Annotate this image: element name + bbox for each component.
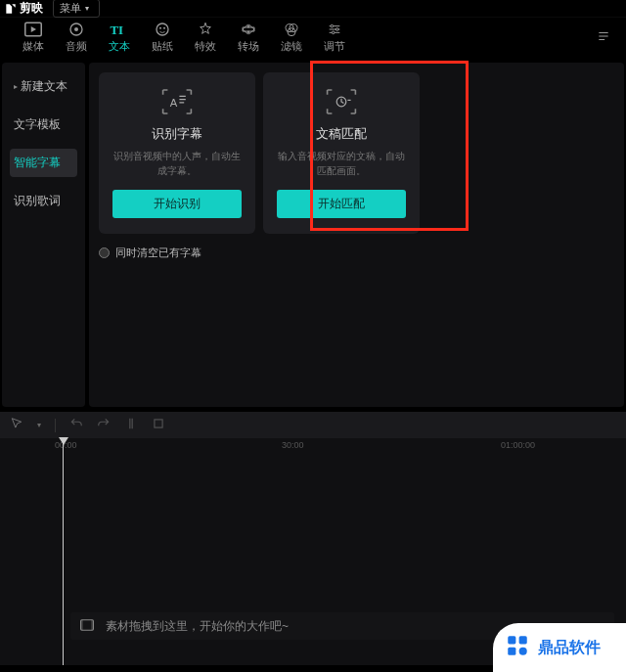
- svg-rect-17: [155, 420, 162, 427]
- svg-point-11: [335, 28, 338, 31]
- svg-point-24: [519, 648, 527, 655]
- redo-icon[interactable]: [97, 417, 111, 433]
- card-desc: 识别音视频中的人声，自动生成字幕。: [112, 149, 242, 178]
- clear-existing-label: 同时清空已有字幕: [115, 246, 201, 260]
- placeholder-text: 素材拖拽到这里，开始你的大作吧~: [106, 618, 289, 635]
- app-name: 剪映: [20, 0, 43, 17]
- pointer-tool-icon[interactable]: [10, 417, 23, 433]
- watermark-text: 鼎品软件: [538, 638, 601, 658]
- tool-filter[interactable]: 滤镜: [270, 18, 313, 59]
- svg-rect-21: [508, 636, 515, 644]
- svg-point-12: [332, 31, 335, 34]
- start-match-button[interactable]: 开始匹配: [277, 190, 406, 218]
- svg-point-10: [331, 24, 334, 27]
- card-desc: 输入音视频对应的文稿，自动匹配画面。: [277, 149, 406, 178]
- app-logo: 剪映: [4, 0, 43, 17]
- timeline-toolbar: ▾: [0, 411, 626, 438]
- svg-rect-22: [519, 636, 527, 644]
- svg-rect-19: [81, 619, 83, 630]
- watermark-logo-icon: [505, 633, 530, 662]
- titlebar: 剪映 菜单 ▾: [0, 0, 626, 18]
- menu-label: 菜单: [60, 1, 81, 16]
- content-area: A 识别字幕 识别音视频中的人声，自动生成字幕。 开始识别 文稿匹配 输入音视频…: [89, 63, 624, 407]
- svg-point-5: [159, 27, 161, 29]
- sidebar-item-lyrics[interactable]: 识别歌词: [10, 187, 77, 215]
- audio-icon: [67, 22, 85, 37]
- card-match-script: 文稿匹配 输入音视频对应的文稿，自动匹配画面。 开始匹配: [263, 72, 420, 234]
- svg-point-2: [74, 27, 78, 31]
- chevron-down-icon: ▾: [85, 4, 89, 13]
- tool-adjust[interactable]: 调节: [313, 18, 356, 59]
- adjust-icon: [326, 22, 343, 37]
- tool-effect[interactable]: 特效: [184, 18, 227, 59]
- card-recognize-subtitle: A 识别字幕 识别音视频中的人声，自动生成字幕。 开始识别: [99, 72, 255, 234]
- sidebar-item-new-text[interactable]: ▸ 新建文本: [10, 72, 77, 101]
- sticker-icon: [154, 22, 171, 37]
- main-panel: ▸ 新建文本 文字模板 智能字幕 识别歌词 A 识别字幕 识别音视频中的人声，自…: [0, 59, 626, 411]
- tool-text[interactable]: TI 文本: [98, 18, 141, 59]
- filter-icon: [283, 22, 300, 37]
- split-icon[interactable]: [124, 417, 138, 433]
- card-title: 识别字幕: [152, 125, 202, 143]
- divider: [55, 419, 56, 432]
- match-script-icon: [326, 86, 357, 117]
- svg-text:A: A: [170, 97, 178, 109]
- sidebar-item-smart-subtitle[interactable]: 智能字幕: [10, 149, 77, 177]
- clear-existing-option[interactable]: 同时清空已有字幕: [99, 246, 614, 260]
- svg-rect-16: [132, 419, 133, 429]
- ruler-tick: 01:00:00: [501, 440, 535, 450]
- watermark: 鼎品软件: [493, 623, 626, 672]
- menu-button[interactable]: 菜单 ▾: [53, 0, 100, 18]
- svg-point-4: [156, 23, 168, 35]
- svg-point-6: [163, 27, 165, 29]
- tool-transition[interactable]: 转场: [227, 18, 270, 59]
- svg-rect-15: [129, 419, 130, 429]
- radio-icon: [99, 247, 110, 258]
- ruler-tick: 30:00: [282, 440, 304, 450]
- toolbar-search-icon[interactable]: [597, 29, 614, 46]
- clip-icon: [80, 619, 94, 634]
- start-recognize-button[interactable]: 开始识别: [112, 190, 242, 218]
- svg-text:TI: TI: [110, 23, 123, 37]
- sidebar-item-template[interactable]: 文字模板: [10, 111, 77, 139]
- text-icon: TI: [110, 22, 129, 37]
- recognize-subtitle-icon: A: [161, 86, 193, 117]
- tool-sticker[interactable]: 贴纸: [141, 18, 184, 59]
- delete-icon[interactable]: [152, 417, 165, 433]
- undo-icon[interactable]: [69, 417, 83, 433]
- chevron-right-icon: ▸: [14, 82, 18, 91]
- tool-media[interactable]: 媒体: [12, 18, 55, 59]
- text-sidebar: ▸ 新建文本 文字模板 智能字幕 识别歌词: [2, 63, 85, 407]
- effect-icon: [197, 22, 214, 37]
- media-icon: [24, 22, 42, 37]
- track-area[interactable]: 素材拖拽到这里，开始你的大作吧~: [0, 466, 626, 646]
- timeline-ruler[interactable]: 00:00 30:00 01:00:00: [0, 438, 626, 458]
- card-title: 文稿匹配: [316, 125, 367, 143]
- chevron-down-icon[interactable]: ▾: [37, 421, 41, 429]
- main-toolbar: 媒体 音频 TI 文本 贴纸 特效 转场 滤镜: [0, 18, 626, 59]
- tool-audio[interactable]: 音频: [55, 18, 98, 59]
- transition-icon: [240, 22, 257, 37]
- svg-rect-20: [91, 619, 93, 630]
- svg-rect-23: [508, 648, 515, 655]
